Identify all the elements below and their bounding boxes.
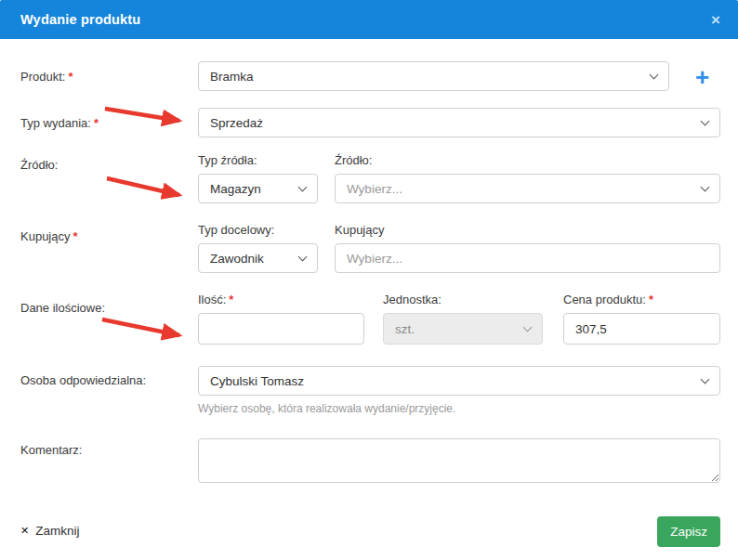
- osoba-label: Osoba odpowiedzialna:: [20, 373, 146, 387]
- cena-produktu-input[interactable]: [563, 313, 720, 345]
- annotation-arrow-typ-wydania: [105, 109, 179, 121]
- required-asterisk: *: [229, 293, 233, 306]
- chevron-down-icon: [701, 374, 710, 384]
- annotation-arrow-ilosc: [102, 319, 179, 335]
- produkt-label: Produkt:*: [20, 70, 72, 84]
- chevron-down-icon: [650, 70, 659, 79]
- ilosc-label: Ilość:*: [198, 293, 233, 306]
- typ-wydania-label: Typ wydania:*: [20, 116, 99, 130]
- save-button[interactable]: Zapisz: [657, 516, 720, 547]
- chevron-down-icon: [298, 252, 308, 261]
- typ-wydania-select-value: Sprzedaż: [210, 116, 694, 130]
- typ-zrodla-select[interactable]: Magazyn: [198, 174, 318, 203]
- add-product-icon[interactable]: +: [695, 65, 709, 89]
- komentarz-label: Komentarz:: [20, 443, 82, 457]
- cena-produktu-label: Cena produktu:*: [563, 293, 653, 306]
- annotation-arrow-zrodlo: [107, 178, 179, 195]
- komentarz-textarea[interactable]: [198, 438, 720, 483]
- required-asterisk: *: [94, 116, 99, 130]
- zrodlo-select[interactable]: Wybierz...: [335, 174, 720, 203]
- chevron-down-icon: [701, 182, 710, 191]
- chevron-down-icon: [523, 322, 533, 332]
- modal-header: Wydanie produktu ×: [0, 0, 738, 39]
- typ-zrodla-label: Typ źródła:: [198, 153, 257, 167]
- zrodlo-select-placeholder: Wybierz...: [347, 182, 694, 196]
- typ-docelowy-select[interactable]: Zawodnik: [198, 243, 318, 273]
- close-button-label: Zamknij: [35, 524, 79, 538]
- close-x-icon: ✕: [20, 525, 29, 537]
- chevron-down-icon: [298, 182, 308, 191]
- osoba-select[interactable]: Cybulski Tomasz: [198, 366, 720, 396]
- kupujacy-group-label: Kupujący*: [20, 229, 78, 243]
- produkt-select-value: Bramka: [210, 70, 643, 84]
- product-issue-modal: Wydanie produktu × Produkt:* Bramka + Ty…: [0, 0, 738, 560]
- typ-docelowy-select-value: Zawodnik: [210, 252, 292, 266]
- required-asterisk: *: [72, 229, 77, 243]
- typ-wydania-select[interactable]: Sprzedaż: [198, 108, 720, 137]
- ilosc-input[interactable]: [198, 313, 364, 345]
- typ-docelowy-label: Typ docelowy:: [198, 223, 274, 237]
- close-button[interactable]: ✕ Zamknij: [20, 524, 79, 538]
- zrodlo-sub-label: Źródło:: [335, 153, 372, 167]
- typ-zrodla-select-value: Magazyn: [210, 182, 292, 196]
- close-icon[interactable]: ×: [711, 12, 720, 28]
- required-asterisk: *: [68, 70, 72, 84]
- required-asterisk: *: [649, 293, 653, 306]
- jednostka-label: Jednostka:: [383, 293, 441, 306]
- kupujacy-input[interactable]: [335, 243, 720, 273]
- jednostka-select: szt.: [383, 313, 543, 345]
- osoba-helper-text: Wybierz osobę, która realizowała wydanie…: [198, 402, 455, 415]
- modal-title: Wydanie produktu: [20, 12, 140, 27]
- zrodlo-group-label: Źródło:: [20, 158, 58, 172]
- chevron-down-icon: [701, 116, 710, 125]
- kupujacy-sub-label: Kupujący: [335, 223, 384, 237]
- jednostka-select-value: szt.: [395, 322, 517, 336]
- dane-ilosciowe-label: Dane ilościowe:: [20, 301, 105, 315]
- produkt-select[interactable]: Bramka: [198, 61, 669, 91]
- osoba-select-value: Cybulski Tomasz: [210, 374, 694, 388]
